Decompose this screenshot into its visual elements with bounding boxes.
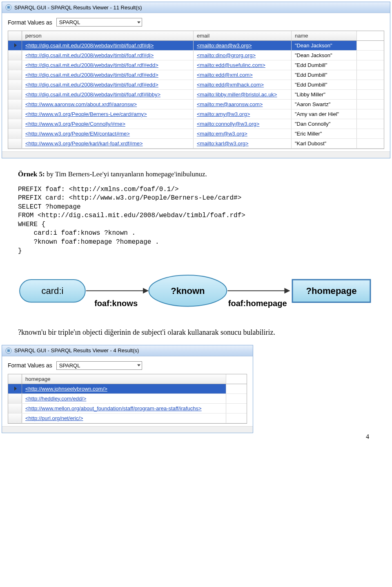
window-title: SPARQL GUI - SPARQL Results Viewer - 11 … — [14, 4, 142, 11]
table-row[interactable]: <http://dig.csail.mit.edu/2008/webdav/ti… — [8, 90, 384, 100]
table-row[interactable]: <http://dig.csail.mit.edu/2008/webdav/ti… — [8, 51, 384, 60]
format-label: Format Values as — [8, 19, 52, 26]
table-row[interactable]: <http://dig.csail.mit.edu/2008/webdav/ti… — [8, 70, 384, 80]
row-marker — [8, 384, 22, 394]
svg-rect-1 — [7, 6, 10, 9]
cell-email[interactable]: <mailto:dino@grorg.org> — [194, 51, 292, 60]
format-row: Format Values as — [8, 361, 247, 370]
format-value[interactable] — [56, 18, 142, 27]
cell-name: "Dean Jackson" — [292, 51, 357, 60]
cell-name: "Edd Dumbill" — [292, 70, 357, 80]
cell-email[interactable]: <mailto:dean@w3.org> — [194, 41, 292, 50]
cell-email[interactable]: <mailto:em@w3.org> — [194, 129, 292, 138]
app-icon — [5, 4, 12, 11]
row-marker — [8, 90, 22, 99]
row-marker — [8, 60, 22, 70]
cell-homepage[interactable]: <http://www.mellon.org/about_foundation/… — [22, 404, 226, 413]
row-marker — [8, 119, 22, 129]
row-header-blank — [8, 31, 22, 40]
svg-text:foaf:homepage: foaf:homepage — [228, 299, 287, 308]
cell-email[interactable]: <mailto:edd@xml.com> — [194, 70, 292, 80]
row-marker — [8, 51, 22, 60]
svg-text:?homepage: ?homepage — [306, 286, 357, 296]
row-marker — [8, 129, 22, 138]
col-name[interactable]: name — [292, 31, 357, 40]
row-marker — [8, 109, 22, 119]
cell-person[interactable]: <http://www.w3.org/People/EM/contact#me> — [22, 129, 194, 138]
cell-homepage[interactable]: <http://heddley.com/edd/> — [22, 394, 226, 403]
grid-header: homepage — [8, 374, 247, 384]
row-marker — [8, 41, 22, 50]
cell-person[interactable]: <http://dig.csail.mit.edu/2008/webdav/ti… — [22, 41, 194, 50]
cell-email[interactable]: <mailto:amy@w3.org> — [194, 109, 292, 119]
cell-email[interactable]: <mailto:libby.miller@bristol.ac.uk> — [194, 90, 292, 99]
col-person[interactable]: person — [22, 31, 194, 40]
cell-person[interactable]: <http://www.aaronsw.com/about.xrdf#aaron… — [22, 100, 194, 109]
window-title: SPARQL GUI - SPARQL Results Viewer - 4 R… — [14, 347, 139, 354]
table-row[interactable]: <http://www.mellon.org/about_foundation/… — [8, 404, 247, 414]
table-row[interactable]: <http://dig.csail.mit.edu/2008/webdav/ti… — [8, 80, 384, 90]
svg-rect-13 — [7, 349, 10, 352]
cell-person[interactable]: <http://dig.csail.mit.edu/2008/webdav/ti… — [22, 80, 194, 89]
table-row[interactable]: <http://www.w3.org/People/EM/contact#me>… — [8, 129, 384, 139]
results-grid[interactable]: person email name <http://dig.csail.mit.… — [8, 31, 384, 149]
format-value[interactable] — [56, 361, 142, 370]
cell-email[interactable]: <mailto:karl@w3.org> — [194, 139, 292, 148]
sparql-query: PREFIX foaf: <http://xmlns.com/foaf/0.1/… — [18, 185, 374, 256]
table-row[interactable]: <http://dig.csail.mit.edu/2008/webdav/ti… — [8, 60, 384, 70]
format-combobox[interactable] — [56, 18, 142, 27]
row-marker — [8, 404, 22, 413]
cell-email[interactable]: <mailto:me@aaronsw.com> — [194, 100, 292, 109]
format-row: Format Values as — [8, 18, 384, 27]
col-email[interactable]: email — [194, 31, 292, 40]
cell-person[interactable]: <http://dig.csail.mit.edu/2008/webdav/ti… — [22, 70, 194, 80]
cell-person[interactable]: <http://dig.csail.mit.edu/2008/webdav/ti… — [22, 51, 194, 60]
row-marker — [8, 414, 22, 423]
cell-person[interactable]: <http://dig.csail.mit.edu/2008/webdav/ti… — [22, 90, 194, 99]
cell-name: "Dan Connolly" — [292, 119, 357, 129]
format-combobox[interactable] — [56, 361, 142, 370]
row-marker — [8, 70, 22, 80]
results-grid[interactable]: homepage <http://www.johnseelybrown.com/… — [8, 374, 247, 424]
table-row[interactable]: <http://www.aaronsw.com/about.xrdf#aaron… — [8, 100, 384, 109]
cell-email[interactable]: <mailto:edd@xmlhack.com> — [194, 80, 292, 89]
table-row[interactable]: <http://heddley.com/edd/> — [8, 394, 247, 404]
table-row[interactable]: <http://www.johnseelybrown.com/> — [8, 384, 247, 394]
cell-name: "Edd Dumbill" — [292, 80, 357, 89]
chevron-down-icon — [137, 21, 140, 23]
cell-homepage[interactable]: <http://www.johnseelybrown.com/> — [22, 384, 226, 394]
cell-name: "Edd Dumbill" — [292, 60, 357, 70]
table-row[interactable]: <http://purl.org/net/eric/> — [8, 414, 247, 423]
grid-header: person email name — [8, 31, 384, 41]
cell-name: "Libby Miller" — [292, 90, 357, 99]
table-row[interactable]: <http://www.w3.org/People/Connolly/#me><… — [8, 119, 384, 129]
row-marker — [8, 394, 22, 403]
window-strip — [2, 426, 253, 433]
cell-name: "Eric Miller" — [292, 129, 357, 138]
explanation-text: ?known'u bir triple'ın objecti diğerinin… — [0, 324, 392, 343]
results-window-2: SPARQL GUI - SPARQL Results Viewer - 4 R… — [2, 345, 253, 433]
query-diagram: card:i foaf:knows ?known foaf:homepage ?… — [11, 269, 381, 320]
titlebar[interactable]: SPARQL GUI - SPARQL Results Viewer - 11 … — [2, 2, 390, 13]
row-marker — [8, 139, 22, 148]
cell-person[interactable]: <http://dig.csail.mit.edu/2008/webdav/ti… — [22, 60, 194, 70]
titlebar[interactable]: SPARQL GUI - SPARQL Results Viewer - 4 R… — [2, 345, 253, 356]
cell-person[interactable]: <http://www.w3.org/People/Berners-Lee/ca… — [22, 109, 194, 119]
cell-person[interactable]: <http://www.w3.org/People/karl/karl-foaf… — [22, 139, 194, 148]
cell-email[interactable]: <mailto:connolly@w3.org> — [194, 119, 292, 129]
example-text: by Tim Berners-Lee'yi tanıyanların homep… — [45, 170, 207, 178]
svg-text:card:i: card:i — [41, 286, 63, 296]
cell-person[interactable]: <http://www.w3.org/People/Connolly/#me> — [22, 119, 194, 129]
table-row[interactable]: <http://www.w3.org/People/Berners-Lee/ca… — [8, 109, 384, 119]
cell-email[interactable]: <mailto:edd@usefulinc.com> — [194, 60, 292, 70]
chevron-down-icon — [137, 365, 140, 367]
row-marker — [8, 80, 22, 89]
page-number: 4 — [0, 433, 392, 449]
table-row[interactable]: <http://dig.csail.mit.edu/2008/webdav/ti… — [8, 41, 384, 51]
cell-name: "Amy van der Hiel" — [292, 109, 357, 119]
example-label: Örnek 5: — [18, 170, 45, 178]
col-homepage[interactable]: homepage — [22, 374, 226, 384]
table-row[interactable]: <http://www.w3.org/People/karl/karl-foaf… — [8, 139, 384, 149]
window-strip — [2, 151, 390, 158]
cell-homepage[interactable]: <http://purl.org/net/eric/> — [22, 414, 226, 423]
